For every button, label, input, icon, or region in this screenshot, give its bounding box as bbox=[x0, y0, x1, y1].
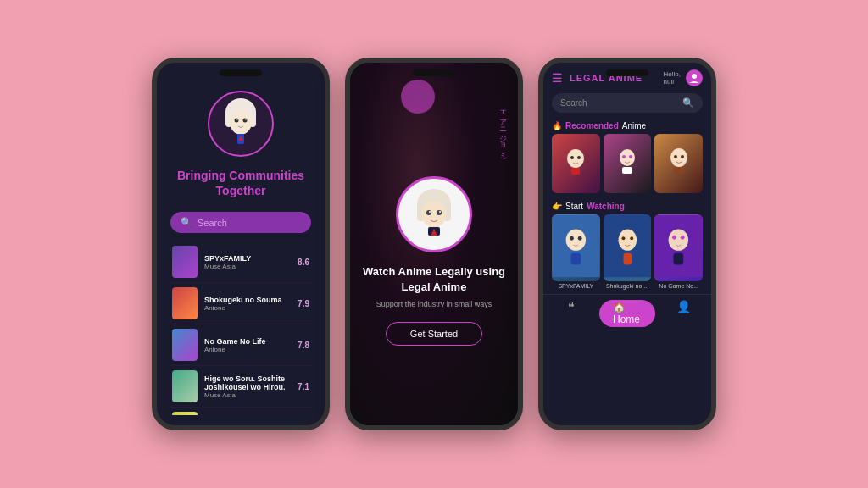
svg-point-32 bbox=[681, 155, 684, 158]
svg-point-14 bbox=[422, 201, 446, 228]
svg-point-37 bbox=[578, 236, 582, 241]
watch-card-container-3: No Game No... bbox=[654, 214, 703, 289]
svg-point-7 bbox=[236, 119, 238, 120]
svg-point-28 bbox=[629, 155, 632, 158]
svg-point-31 bbox=[674, 155, 677, 158]
splash-subtitle: Support the industry in small ways bbox=[366, 300, 503, 308]
anime-list-item[interactable]: No Game No Life Anione 7.8 bbox=[170, 324, 311, 366]
anime-thumb bbox=[172, 246, 198, 278]
svg-rect-29 bbox=[622, 167, 632, 174]
nav-item-quotes[interactable]: ❝ bbox=[543, 300, 599, 327]
watch-card-container-1: SPYxFAMILY bbox=[552, 214, 600, 289]
anime-score: 7.9 bbox=[298, 299, 309, 308]
watch-card-1[interactable] bbox=[552, 214, 600, 281]
anime-info: Shokugeki no Souma Anione bbox=[204, 296, 298, 312]
rec-card-3[interactable] bbox=[654, 134, 703, 193]
splash-accent-circle bbox=[401, 80, 435, 114]
svg-point-30 bbox=[670, 148, 687, 167]
watch-card-container-2: Shokugeki no ... bbox=[604, 214, 652, 289]
phone2-screen: エアニジョミ Watch Anime Le bbox=[350, 63, 518, 425]
anime-list-item[interactable]: One Punch Man Muse Asia 8.3 bbox=[170, 408, 311, 415]
anime-name: Hige wo Soru. Soshite Joshikousei wo Hir… bbox=[204, 374, 298, 391]
home-search-icon: 🔍 bbox=[682, 97, 694, 108]
svg-point-21 bbox=[692, 74, 697, 79]
phone-2: エアニジョミ Watch Anime Le bbox=[345, 58, 523, 430]
katakana-text: エアニジョミ bbox=[498, 105, 509, 156]
anime-score: 7.1 bbox=[298, 382, 309, 391]
nav-item-profile[interactable]: 👤 bbox=[655, 300, 711, 327]
anime-score: 8.6 bbox=[298, 258, 309, 267]
watching-emoji: 👉 bbox=[552, 202, 562, 211]
recommended-section-title: 🔥 Recomended Anime bbox=[543, 118, 711, 134]
rec-card-1[interactable] bbox=[552, 134, 600, 193]
user-avatar[interactable] bbox=[686, 69, 703, 86]
anime-name: No Game No Life bbox=[204, 337, 298, 346]
svg-point-42 bbox=[630, 236, 633, 240]
watching-label: Start bbox=[565, 202, 583, 211]
anime-studio: Anione bbox=[204, 346, 298, 353]
phone-1: Bringing Communities Together 🔍 Search S… bbox=[152, 58, 330, 430]
anime-name: Shokugeki no Souma bbox=[204, 296, 298, 304]
anime-studio: Anione bbox=[204, 304, 298, 312]
anime-studio: Muse Asia bbox=[204, 391, 298, 399]
app-header: ☰ LEGAL ANIME Hello,null bbox=[543, 63, 711, 90]
svg-point-15 bbox=[426, 210, 431, 215]
home-icon: 🏠 Home bbox=[599, 300, 655, 327]
watch-label-1: SPYxFAMILY bbox=[552, 281, 600, 289]
svg-point-36 bbox=[570, 236, 574, 241]
svg-point-5 bbox=[235, 119, 239, 123]
svg-point-24 bbox=[577, 156, 581, 159]
watch-card-2[interactable] bbox=[604, 214, 652, 281]
svg-rect-43 bbox=[623, 253, 632, 265]
bottom-nav: ❝ 🏠 Home 👤 bbox=[543, 294, 711, 334]
quotes-icon: ❝ bbox=[568, 300, 575, 313]
anime-studio: Muse Asia bbox=[204, 263, 298, 270]
svg-point-22 bbox=[567, 149, 584, 168]
home-search-bar[interactable]: Search 🔍 bbox=[552, 93, 703, 113]
svg-point-16 bbox=[437, 210, 442, 215]
splash-title: Watch Anime Legally using Legal Anime bbox=[350, 264, 518, 295]
svg-point-27 bbox=[622, 155, 626, 158]
svg-rect-33 bbox=[674, 167, 684, 174]
phone1-search-bar[interactable]: 🔍 Search bbox=[170, 212, 311, 233]
watching-strip: SPYxFAMILY Shokugeki no ... bbox=[543, 214, 711, 294]
home-search-placeholder: Search bbox=[560, 98, 587, 108]
nav-item-home[interactable]: 🏠 Home bbox=[599, 300, 655, 327]
watching-section-title: 👉 Start Watching bbox=[543, 198, 711, 214]
phone1-avatar bbox=[207, 90, 275, 158]
get-started-button[interactable]: Get Started bbox=[386, 322, 482, 346]
svg-point-18 bbox=[439, 211, 441, 213]
anime-info: Hige wo Soru. Soshite Joshikousei wo Hir… bbox=[204, 374, 298, 399]
svg-rect-25 bbox=[571, 168, 580, 175]
watch-card-3[interactable] bbox=[654, 214, 703, 281]
phone-3: ☰ LEGAL ANIME Hello,null Search 🔍 🔥 Reco… bbox=[538, 58, 716, 430]
watch-label-2: Shokugeki no ... bbox=[604, 281, 652, 289]
recommended-suffix: Anime bbox=[622, 121, 646, 130]
svg-point-23 bbox=[570, 156, 574, 159]
watching-suffix: Watching bbox=[587, 202, 625, 211]
anime-name: SPYxFAMILY bbox=[204, 254, 298, 263]
recommended-label: Recomended bbox=[565, 121, 619, 130]
phone1-title: Bringing Communities Together bbox=[170, 168, 311, 198]
anime-info: SPYxFAMILY Muse Asia bbox=[204, 254, 298, 270]
phone3-screen: ☰ LEGAL ANIME Hello,null Search 🔍 🔥 Reco… bbox=[543, 63, 711, 425]
anime-thumb bbox=[172, 329, 198, 361]
anime-list-item[interactable]: Hige wo Soru. Soshite Joshikousei wo Hir… bbox=[170, 366, 311, 408]
svg-point-41 bbox=[621, 236, 625, 240]
search-text: Search bbox=[198, 218, 227, 228]
svg-point-4 bbox=[230, 109, 252, 135]
svg-point-8 bbox=[245, 119, 247, 120]
recommended-emoji: 🔥 bbox=[552, 121, 562, 130]
anime-list-item[interactable]: Shokugeki no Souma Anione 7.9 bbox=[170, 283, 311, 324]
anime-thumb bbox=[172, 287, 198, 319]
splash-character-circle bbox=[396, 176, 472, 252]
recommended-strip bbox=[543, 134, 711, 198]
anime-list-item[interactable]: SPYxFAMILY Muse Asia 8.6 bbox=[170, 241, 311, 283]
svg-rect-48 bbox=[674, 253, 684, 265]
watch-label-3: No Game No... bbox=[654, 281, 703, 289]
anime-list: SPYxFAMILY Muse Asia 8.6 Shokugeki no So… bbox=[170, 241, 311, 415]
hamburger-icon[interactable]: ☰ bbox=[552, 71, 563, 85]
svg-point-6 bbox=[243, 119, 248, 123]
svg-point-46 bbox=[672, 236, 676, 240]
rec-card-2[interactable] bbox=[604, 134, 652, 193]
